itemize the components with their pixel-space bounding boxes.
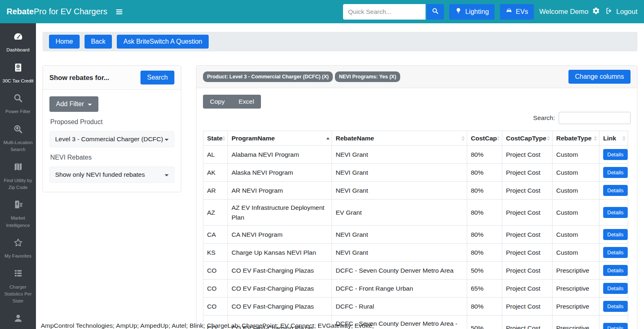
proposed-product-value: Level 3 - Commercial Charger (DCFC) [55, 136, 163, 143]
details-button[interactable]: Details [603, 323, 628, 329]
cell-state: CO [203, 261, 228, 279]
cell-link: Details [599, 146, 628, 164]
logout-button[interactable]: Logout [605, 7, 637, 17]
column-header-state[interactable]: State [203, 131, 228, 146]
cell-costcaptype: Project Cost [502, 297, 553, 315]
details-button[interactable]: Details [603, 149, 628, 160]
cell-costcaptype: Project Cost [502, 182, 553, 200]
sidebar-item-dashboard[interactable]: Dashboard [0, 27, 36, 58]
filter-search-button[interactable]: Search [140, 71, 174, 84]
column-label: State [207, 135, 223, 142]
cell-rebatetype: Prescriptive [553, 261, 599, 279]
cell-rebatetype: Custom [553, 146, 599, 164]
details-button[interactable]: Details [603, 229, 628, 240]
rebates-table: StateProgramNameRebateNameCostCapCostCap… [203, 131, 628, 329]
excel-button[interactable]: Excel [232, 95, 261, 109]
lighting-label: Lighting [465, 8, 489, 16]
cell-program: CO EV Fast-Charging Plazas [228, 261, 332, 279]
table-row: AZAZ EV Infrastructure Deployment PlanEV… [203, 200, 628, 226]
table-row: KSCharge Up Kansas NEVI PlanNEVI Grant80… [203, 243, 628, 261]
quick-search-button[interactable] [427, 4, 444, 20]
column-label: RebateName [336, 135, 374, 142]
nevi-rebates-label: NEVI Rebates [50, 154, 174, 161]
cell-costcap: 50% [467, 315, 502, 329]
cell-rebate: DCFC - Seven County Denver Metro Area [332, 261, 467, 279]
cell-rebate: NEVI Grant [332, 164, 467, 182]
evs-button[interactable]: EVs [500, 4, 534, 20]
evs-label: EVs [516, 8, 528, 16]
column-header-costcaptype[interactable]: CostCapType [502, 131, 553, 146]
ask-briteswitch-button[interactable]: Ask BriteSwitch A Question [117, 35, 209, 49]
search-icon [13, 93, 23, 105]
cell-state: AR [203, 182, 228, 200]
column-label: CostCap [471, 135, 497, 142]
cell-costcap: 65% [467, 279, 502, 297]
sidebar-item-30c-tax-credit[interactable]: 30C Tax Credit [0, 58, 36, 89]
sign-out-icon [605, 7, 613, 17]
map-icon [13, 162, 23, 174]
column-header-programname[interactable]: ProgramName [228, 131, 332, 146]
book-icon [13, 62, 23, 75]
cell-costcap: 80% [467, 146, 502, 164]
cell-state: CA [203, 225, 228, 243]
home-button[interactable]: Home [49, 35, 80, 49]
proposed-product-select[interactable]: Level 3 - Commercial Charger (DCFC) [49, 131, 174, 147]
column-header-costcap[interactable]: CostCap [467, 131, 502, 146]
sidebar-item-multi-location-search[interactable]: Multi-Location Search [0, 120, 36, 158]
quick-search-input[interactable] [343, 4, 426, 20]
sidebar-item-charger-statistics-per-state[interactable]: Charger Statistics Per State [0, 264, 36, 309]
filter-badge[interactable]: NEVI Programs: Yes (X) [335, 71, 400, 82]
details-button[interactable]: Details [603, 301, 628, 312]
cell-program: Alabama NEVI Program [228, 146, 332, 164]
sidebar-item-find-utility-by-zip-code[interactable]: Find Utility by Zip Code [0, 158, 36, 196]
copy-button[interactable]: Copy [203, 95, 232, 109]
sidebar-item-power-filter[interactable]: Power Filter [0, 89, 36, 120]
main-content: Home Back Ask BriteSwitch A Question Sho… [36, 32, 644, 329]
partial-manufacturer-list-text: AmpControl Technologies; AmpUp; AmpedUp;… [41, 322, 374, 329]
nevi-rebates-select[interactable]: Show only NEVI funded rebates [49, 167, 174, 183]
proposed-product-label: Proposed Product [50, 118, 174, 126]
sidebar-item-my-favorites[interactable]: My Favorites [0, 233, 36, 265]
cell-rebate: NEVI Grant [332, 225, 467, 243]
lighting-button[interactable]: Lighting [449, 4, 495, 20]
brand[interactable]: RebatePro for EV Chargers [7, 7, 107, 16]
sidebar-item-label: Find Utility by Zip Code [2, 177, 34, 191]
filter-badge[interactable]: Product: Level 3 - Commercial Charger (D… [203, 71, 333, 82]
welcome-text: Welcome Demo [539, 7, 600, 17]
list-icon [13, 268, 23, 280]
table-row: CACA NEVI ProgramNEVI Grant80%Project Co… [203, 225, 628, 243]
details-button[interactable]: Details [603, 207, 628, 218]
cell-costcap: 80% [467, 225, 502, 243]
column-header-rebatename[interactable]: RebateName [332, 131, 467, 146]
charging-station-icon [13, 200, 23, 212]
column-header-link[interactable]: Link [599, 131, 628, 146]
details-button[interactable]: Details [603, 283, 628, 294]
cell-program: AZ EV Infrastructure Deployment Plan [228, 200, 332, 226]
chevron-down-icon [165, 174, 169, 176]
sidebar-item-referral-program[interactable]: Referral Program [0, 309, 36, 329]
column-header-rebatetype[interactable]: RebateType [553, 131, 599, 146]
brand-bold: Rebate [7, 7, 34, 16]
active-filter-badges: Product: Level 3 - Commercial Charger (D… [203, 71, 400, 82]
cell-costcap: 80% [467, 243, 502, 261]
gear-icon[interactable] [592, 7, 600, 17]
cell-program: CO EV Fast-Charging Plazas [228, 297, 332, 315]
sidebar-item-label: Market Intelligence [2, 215, 34, 229]
cell-rebate: NEVI Grant [332, 182, 467, 200]
column-label: ProgramName [232, 135, 275, 142]
back-button[interactable]: Back [85, 35, 112, 49]
cell-rebate: DCFC - Rural [332, 297, 467, 315]
change-columns-button[interactable]: Change columns [568, 70, 631, 84]
details-button[interactable]: Details [603, 167, 628, 178]
cell-costcap: 80% [467, 164, 502, 182]
table-search-input[interactable] [559, 112, 631, 124]
details-button[interactable]: Details [603, 185, 628, 196]
sidebar-item-market-intelligence[interactable]: Market Intelligence [0, 196, 36, 233]
add-filter-button[interactable]: Add Filter [49, 96, 98, 112]
sidebar-item-label: Dashboard [7, 47, 29, 53]
hamburger-menu-icon[interactable] [115, 7, 124, 16]
details-button[interactable]: Details [603, 247, 628, 258]
cell-state: AL [203, 146, 228, 164]
cell-rebatetype: Prescriptive [553, 297, 599, 315]
details-button[interactable]: Details [603, 265, 628, 276]
